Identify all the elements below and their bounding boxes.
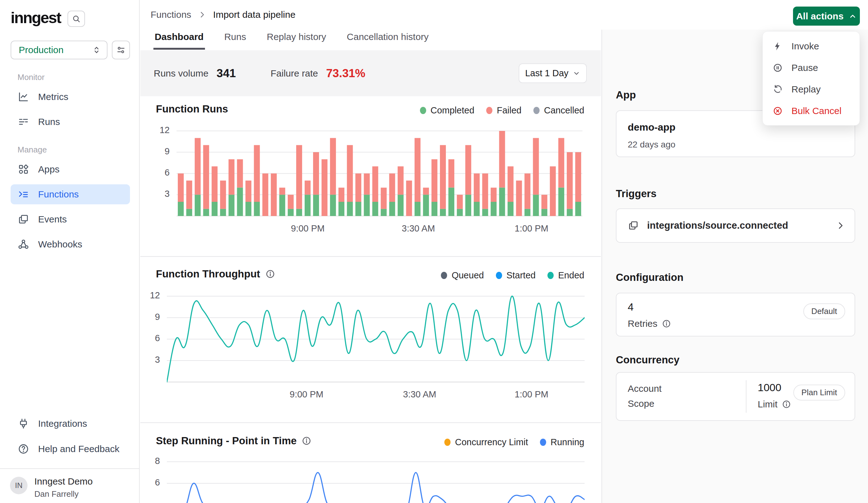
failure-rate-value: 73.31% — [326, 67, 365, 80]
info-icon[interactable] — [301, 436, 311, 446]
sidebar-item-label: Apps — [38, 164, 59, 175]
legend-label: Queued — [452, 270, 484, 280]
menu-item-bulk-cancel[interactable]: Bulk Cancel — [763, 100, 860, 122]
sidebar-item-label: Metrics — [38, 92, 69, 102]
tab-replay-history[interactable]: Replay history — [266, 32, 328, 50]
x-axis-label: 3:30 AM — [402, 223, 435, 234]
y-axis-tick: 8 — [138, 456, 160, 466]
sidebar-item-metrics[interactable]: Metrics — [11, 87, 130, 107]
environment-select[interactable]: Production — [11, 41, 107, 59]
sidebar-item-label: Functions — [38, 189, 79, 199]
sidebar-item-events[interactable]: Events — [11, 209, 130, 229]
time-range-dropdown[interactable]: Last 1 Day — [519, 63, 587, 83]
y-axis-tick: 9 — [148, 146, 170, 156]
trigger-card[interactable]: integrations/source.connected — [616, 208, 855, 243]
plan-limit-badge: Plan Limit — [793, 384, 845, 401]
cancel-circle-icon — [773, 106, 783, 116]
search-button[interactable] — [68, 11, 85, 27]
legend-label: Cancelled — [544, 105, 584, 116]
section-divider — [140, 422, 601, 423]
legend-label: Completed — [431, 105, 474, 116]
account-name: Inngest Demo — [34, 476, 93, 487]
failed-dot — [486, 107, 493, 114]
menu-item-label: Invoke — [792, 41, 819, 52]
environment-settings-button[interactable] — [112, 41, 130, 59]
app-name: demo-app — [628, 122, 675, 133]
x-axis-label: 1:00 PM — [515, 223, 548, 234]
menu-item-invoke[interactable]: Invoke — [763, 35, 860, 57]
queued-dot — [441, 272, 447, 279]
menu-item-replay[interactable]: Replay — [763, 79, 860, 100]
tab-runs[interactable]: Runs — [223, 32, 247, 50]
webhooks-icon — [18, 238, 29, 250]
ended-dot — [547, 272, 554, 279]
y-axis-tick: 9 — [138, 312, 160, 322]
x-axis-label: 9:00 PM — [291, 223, 325, 234]
tab-dashboard[interactable]: Dashboard — [153, 32, 205, 50]
sidebar-item-help[interactable]: Help and Feedback — [11, 439, 130, 459]
events-copy-icon — [18, 213, 29, 225]
breadcrumb: Functions Import data pipeline — [151, 9, 296, 20]
pause-circle-icon — [773, 63, 783, 73]
chevron-down-icon — [573, 70, 580, 77]
sidebar-item-runs[interactable]: Runs — [11, 112, 130, 132]
cancelled-dot — [533, 107, 540, 114]
configuration-heading: Configuration — [616, 271, 683, 283]
apps-grid-icon — [18, 163, 29, 175]
retries-value: 4 — [628, 301, 634, 313]
started-dot — [496, 272, 502, 279]
bolt-icon — [773, 41, 783, 51]
function-throughput-legend: Queued Started Ended — [441, 270, 584, 280]
chart-line-icon — [18, 91, 29, 103]
y-axis-tick: 6 — [148, 167, 170, 178]
info-icon[interactable] — [782, 400, 791, 409]
info-icon[interactable] — [662, 319, 671, 328]
breadcrumb-functions[interactable]: Functions — [151, 9, 191, 20]
menu-item-label: Bulk Cancel — [792, 106, 841, 116]
failure-rate-label: Failure rate — [271, 68, 318, 79]
limit-label: Limit — [758, 399, 777, 410]
sidebar: inngest Production Monitor Metrics Runs … — [0, 0, 140, 503]
default-badge: Default — [803, 304, 845, 319]
sidebar-item-webhooks[interactable]: Webhooks — [11, 234, 130, 254]
tab-cancellation-history[interactable]: Cancellation history — [345, 32, 430, 50]
menu-item-pause[interactable]: Pause — [763, 57, 860, 79]
completed-dot — [420, 107, 426, 114]
time-range-value: Last 1 Day — [525, 68, 569, 79]
legend-label: Failed — [497, 105, 521, 116]
help-circle-icon — [18, 443, 29, 455]
replay-icon — [773, 84, 783, 94]
trigger-event-name: integrations/source.connected — [647, 220, 836, 231]
sidebar-item-apps[interactable]: Apps — [11, 159, 130, 179]
environment-label: Production — [19, 45, 92, 55]
tab-bar: Dashboard Runs Replay history Cancellati… — [153, 32, 430, 50]
sidebar-item-functions[interactable]: Functions — [11, 184, 130, 204]
chevron-right-icon — [836, 221, 845, 230]
y-axis-tick: 12 — [138, 290, 160, 300]
function-throughput-title: Function Throughput — [156, 268, 275, 280]
running-dot — [540, 439, 546, 446]
all-actions-button[interactable]: All actions — [793, 7, 860, 25]
legend-label: Ended — [558, 270, 584, 280]
function-runs-legend: Completed Failed Cancelled — [420, 105, 584, 116]
step-running-chart: 68 — [167, 454, 585, 503]
limit-label-row: Limit — [758, 399, 791, 410]
chevrons-up-down-icon — [92, 45, 101, 55]
chevron-right-icon — [198, 11, 206, 19]
avatar[interactable]: IN — [10, 477, 28, 494]
app-synced: 22 days ago — [628, 140, 675, 150]
menu-item-label: Pause — [792, 62, 818, 73]
sidebar-item-label: Help and Feedback — [38, 444, 120, 454]
function-throughput-chart: 9:00 PM 3:30 AM 1:00 PM 36912 — [167, 296, 585, 382]
sidebar-divider — [0, 468, 140, 469]
breadcrumb-current: Import data pipeline — [213, 9, 296, 20]
sidebar-item-integrations[interactable]: Integrations — [11, 414, 130, 434]
x-axis-label: 9:00 PM — [290, 389, 323, 400]
retries-label-row: Retries — [628, 318, 671, 329]
info-icon[interactable] — [265, 269, 275, 279]
concurrency-card: Account Scope 1000 Limit Plan Limit — [616, 372, 855, 421]
sidebar-item-label: Runs — [38, 116, 60, 127]
legend-label: Started — [506, 270, 536, 280]
all-actions-menu: Invoke Pause Replay Bulk Cancel — [762, 31, 860, 126]
event-icon — [628, 220, 639, 231]
